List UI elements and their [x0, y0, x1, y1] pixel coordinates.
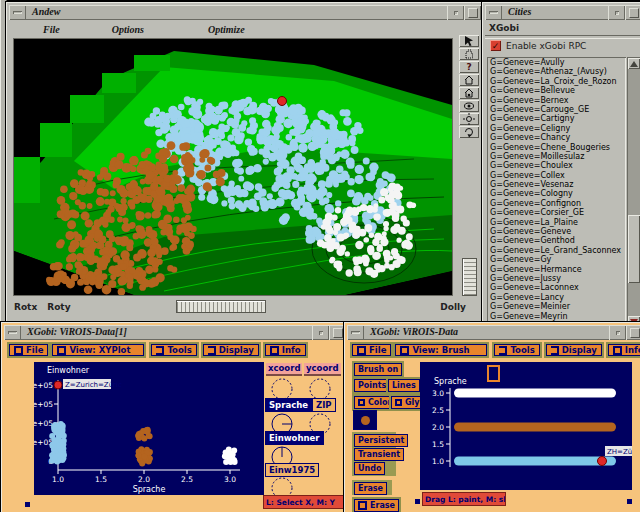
- display-menu-button[interactable]: Display: [203, 344, 259, 356]
- city-list-item[interactable]: G=Geneve=La_Plaine: [490, 218, 626, 227]
- menu-options[interactable]: Options: [112, 24, 144, 35]
- dotplot-bar: [454, 457, 616, 466]
- zurich-highlight[interactable]: [278, 97, 287, 106]
- erase-checkbox-button[interactable]: Erase: [354, 499, 399, 512]
- ycoord-label[interactable]: ycoord: [304, 363, 341, 376]
- iconify-button[interactable]: [312, 325, 329, 340]
- info-menu-button[interactable]: Info: [608, 344, 640, 356]
- tools-menu-button[interactable]: Tools: [151, 344, 196, 356]
- file-menu-button[interactable]: File: [9, 344, 48, 356]
- xyplot-titlebar[interactable]: XGobi: ViROIS-Data[1]: [4, 325, 346, 340]
- persistent-button[interactable]: Persistent: [354, 434, 408, 447]
- city-list-item[interactable]: G=Geneve=Lancy: [490, 293, 626, 302]
- file-menu-button[interactable]: File: [352, 344, 391, 356]
- maximize-button[interactable]: [626, 325, 640, 340]
- city-list-item[interactable]: G=Geneve=Cologny: [490, 189, 626, 198]
- city-list-item[interactable]: G=Geneve=Carouge_GE: [490, 105, 626, 114]
- set-home-icon[interactable]: [459, 87, 479, 99]
- dolly-thumbwheel[interactable]: [463, 259, 476, 295]
- cities-scrollbar[interactable]: [627, 57, 640, 328]
- city-list-item[interactable]: G=Geneve=Meinier: [490, 302, 626, 311]
- view-menu-button[interactable]: View: Brush: [395, 344, 487, 356]
- roty-thumbwheel[interactable]: [177, 301, 265, 312]
- city-list-item[interactable]: G=Geneve=Geneve: [490, 227, 626, 236]
- city-list-item[interactable]: G=Geneve=Chancy: [490, 133, 626, 142]
- zip-variable-button[interactable]: ZIP: [312, 398, 336, 412]
- maximize-button[interactable]: [625, 5, 640, 20]
- color-menu-button[interactable]: Color: [354, 396, 396, 409]
- points-button[interactable]: Points: [354, 379, 390, 392]
- scrollbar-thumb[interactable]: [628, 215, 640, 283]
- xyplot-canvas[interactable]: Einwohner4e+053e+052e+051e+0501.01.52.02…: [34, 362, 264, 495]
- rotx-label[interactable]: Rotx: [14, 302, 37, 312]
- resize-handle[interactable]: [627, 499, 632, 504]
- brush-titlebar[interactable]: XGobi: ViROIS-Data: [347, 325, 640, 340]
- zurich-point[interactable]: [54, 381, 62, 389]
- viewer-viewport[interactable]: [14, 39, 452, 295]
- rpc-checkbox[interactable]: ✓: [490, 40, 501, 51]
- einw1975-variable-button[interactable]: Einw1975: [265, 463, 319, 477]
- view-all-icon[interactable]: [459, 100, 479, 112]
- tools-menu-button[interactable]: Tools: [494, 344, 539, 356]
- maximize-button[interactable]: [464, 5, 481, 20]
- info-menu-button[interactable]: Info: [265, 344, 306, 356]
- city-list-item[interactable]: G=Geneve=Collex: [490, 171, 626, 180]
- window-menu-button[interactable]: [9, 5, 26, 20]
- city-list-item[interactable]: G=Geneve=Corsier_GE: [490, 208, 626, 217]
- city-list-item[interactable]: G=Geneve=Choulex: [490, 161, 626, 170]
- erase-button[interactable]: Erase: [354, 482, 387, 495]
- brush-plot-canvas[interactable]: Sprache3.02.52.01.51.0ZH=Züric: [420, 362, 632, 490]
- brush-on-button[interactable]: Brush on: [354, 363, 402, 376]
- city-list-item[interactable]: G=Geneve=Laconnex: [490, 283, 626, 292]
- city-list-item[interactable]: G=Geneve=Celigny: [490, 124, 626, 133]
- roty-label[interactable]: Roty: [47, 302, 70, 312]
- city-list-item[interactable]: G=Geneve=Hermance: [490, 265, 626, 274]
- city-list-item[interactable]: G=Geneve=Bellevue: [490, 86, 626, 95]
- resize-handle[interactable]: [415, 499, 420, 504]
- scroll-up-icon[interactable]: [628, 58, 640, 69]
- transient-button[interactable]: Transient: [354, 448, 404, 461]
- cities-titlebar[interactable]: Cities: [485, 5, 640, 20]
- window-menu-button[interactable]: [485, 5, 502, 20]
- city-list-item[interactable]: G=Geneve=Genthod: [490, 236, 626, 245]
- city-list-item[interactable]: G=Geneve=Meyrin: [490, 312, 626, 321]
- view-menu-button[interactable]: View: XYPlot: [52, 344, 144, 356]
- city-list-item[interactable]: G=Geneve=Athenaz_(Avusy): [490, 67, 626, 76]
- window-menu-button[interactable]: [347, 325, 364, 340]
- display-menu-button[interactable]: Display: [546, 344, 602, 356]
- city-list-item[interactable]: G=Geneve=Moillesulaz: [490, 152, 626, 161]
- rotate-icon[interactable]: [459, 126, 479, 138]
- hand-icon[interactable]: [459, 48, 479, 60]
- resize-handle[interactable]: [25, 502, 30, 507]
- seek-icon[interactable]: [459, 113, 479, 125]
- brush-rectangle[interactable]: [488, 366, 499, 381]
- city-list-item[interactable]: G=Geneve=Confignon: [490, 199, 626, 208]
- menu-optimize[interactable]: Optimize: [208, 24, 245, 35]
- zurich-point[interactable]: [598, 457, 607, 466]
- menu-file[interactable]: File: [43, 24, 60, 35]
- city-list-item[interactable]: G=Geneve=Chene_Bougeries: [490, 143, 626, 152]
- cities-list[interactable]: G=Geneve=AvullyG=Geneve=Athenaz_(Avusy)G…: [487, 57, 626, 328]
- lines-button[interactable]: Lines: [388, 379, 420, 392]
- window-menu-button[interactable]: [4, 325, 21, 340]
- viewer-titlebar[interactable]: Andew: [9, 5, 481, 20]
- home-icon[interactable]: [459, 74, 479, 86]
- iconify-button[interactable]: [608, 5, 625, 20]
- undo-button[interactable]: Undo: [354, 462, 385, 475]
- city-list-item[interactable]: G=Geneve=Cartigny: [490, 114, 626, 123]
- pointer-icon[interactable]: [459, 35, 479, 47]
- city-list-item[interactable]: G=Geneve=Gy: [490, 255, 626, 264]
- city-list-item[interactable]: G=Geneve=Jussy: [490, 274, 626, 283]
- sprache-variable-button[interactable]: Sprache: [265, 398, 312, 412]
- iconify-button[interactable]: [609, 325, 626, 340]
- city-list-item[interactable]: G=Geneve=Le_Grand_Saconnex: [490, 246, 626, 255]
- xcoord-label[interactable]: xcoord: [266, 363, 302, 376]
- iconify-button[interactable]: [447, 5, 464, 20]
- city-list-item[interactable]: G=Geneve=Avully: [490, 58, 626, 67]
- brush-color-swatch[interactable]: [354, 411, 376, 429]
- city-list-item[interactable]: G=Geneve=La_Croix_de_Rozon: [490, 77, 626, 86]
- city-list-item[interactable]: G=Geneve=Vesenaz: [490, 180, 626, 189]
- help-icon[interactable]: ?: [459, 61, 479, 73]
- city-list-item[interactable]: G=Geneve=Bernex: [490, 96, 626, 105]
- einwohner-variable-button[interactable]: Einwohner: [265, 431, 324, 445]
